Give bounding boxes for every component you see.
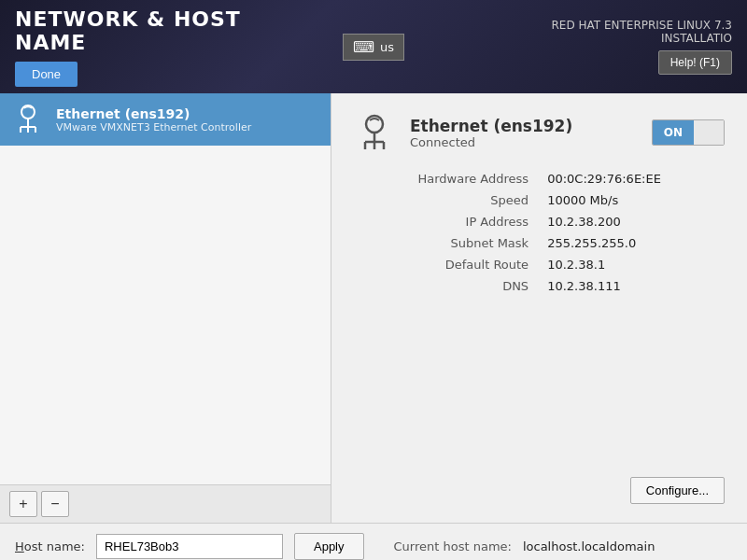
- remove-network-button[interactable]: −: [41, 491, 69, 517]
- hardware-address-label: Hardware Address: [354, 168, 540, 189]
- subnet-mask-value: 255.255.255.0: [540, 232, 725, 254]
- add-network-button[interactable]: +: [9, 491, 37, 517]
- configure-button[interactable]: Configure...: [630, 477, 725, 504]
- list-toolbar: + −: [0, 484, 331, 523]
- network-list: Ethernet (ens192) VMware VMXNET3 Etherne…: [0, 93, 331, 484]
- done-button[interactable]: Done: [15, 62, 78, 87]
- toggle-on[interactable]: ON: [653, 120, 694, 145]
- device-ethernet-icon: [354, 112, 395, 153]
- right-panel: Ethernet (ens192) Connected ON Hardware …: [331, 93, 747, 523]
- keyboard-indicator[interactable]: ⌨ us: [343, 34, 404, 61]
- device-name: Ethernet (ens192): [410, 117, 637, 135]
- ip-address-value: 10.2.38.200: [540, 211, 725, 232]
- ip-address-row: IP Address 10.2.38.200: [354, 211, 725, 232]
- speed-value: 10000 Mb/s: [540, 189, 725, 211]
- hostname-input[interactable]: [96, 534, 283, 559]
- header-right: RED HAT ENTERPRISE LINUX 7.3 INSTALLATIO…: [493, 19, 732, 75]
- default-route-row: Default Route 10.2.38.1: [354, 254, 725, 275]
- device-info: Ethernet (ens192) Connected: [410, 117, 637, 149]
- dns-value: 10.2.38.111: [540, 275, 725, 297]
- header-left: NETWORK & HOST NAME Done: [15, 7, 254, 87]
- subnet-mask-row: Subnet Mask 255.255.255.0: [354, 232, 725, 254]
- subnet-mask-label: Subnet Mask: [354, 232, 540, 254]
- keyboard-icon: ⌨: [353, 38, 374, 56]
- ip-address-label: IP Address: [354, 211, 540, 232]
- hostname-label-underline: H: [15, 539, 24, 553]
- speed-row: Speed 10000 Mb/s: [354, 189, 725, 211]
- device-status: Connected: [410, 135, 637, 149]
- page-title: NETWORK & HOST NAME: [15, 7, 254, 54]
- bottom-bar: Host name: Apply Current host name: loca…: [0, 523, 747, 560]
- configure-btn-row: Configure...: [354, 297, 725, 504]
- hostname-label: Host name:: [15, 539, 85, 553]
- current-hostname-value: localhost.localdomain: [523, 539, 655, 553]
- left-panel: Ethernet (ens192) VMware VMXNET3 Etherne…: [0, 93, 331, 523]
- apply-button[interactable]: Apply: [294, 533, 364, 560]
- help-button[interactable]: Help! (F1): [658, 50, 732, 75]
- main-content: Ethernet (ens192) VMware VMXNET3 Etherne…: [0, 93, 747, 523]
- hardware-address-value: 00:0C:29:76:6E:EE: [540, 168, 725, 189]
- product-name: RED HAT ENTERPRISE LINUX 7.3 INSTALLATIO: [493, 19, 732, 45]
- keyboard-layout: us: [380, 40, 394, 54]
- hardware-address-row: Hardware Address 00:0C:29:76:6E:EE: [354, 168, 725, 189]
- network-item-name: Ethernet (ens192): [56, 106, 251, 121]
- header-center: ⌨ us: [254, 34, 493, 61]
- default-route-label: Default Route: [354, 254, 540, 275]
- network-item-desc: VMware VMXNET3 Ethernet Controller: [56, 121, 251, 133]
- header: NETWORK & HOST NAME Done ⌨ us RED HAT EN…: [0, 0, 747, 93]
- toggle-switch[interactable]: ON: [652, 119, 725, 146]
- ethernet-icon: [11, 103, 45, 136]
- default-route-value: 10.2.38.1: [540, 254, 725, 275]
- current-hostname-label: Current host name:: [394, 539, 512, 553]
- network-item-info: Ethernet (ens192) VMware VMXNET3 Etherne…: [56, 106, 251, 133]
- dns-row: DNS 10.2.38.111: [354, 275, 725, 297]
- details-table: Hardware Address 00:0C:29:76:6E:EE Speed…: [354, 168, 725, 297]
- network-list-item[interactable]: Ethernet (ens192) VMware VMXNET3 Etherne…: [0, 93, 331, 146]
- device-header: Ethernet (ens192) Connected ON: [354, 112, 725, 153]
- toggle-container: ON: [652, 119, 725, 146]
- speed-label: Speed: [354, 189, 540, 211]
- toggle-off[interactable]: [694, 120, 724, 145]
- dns-label: DNS: [354, 275, 540, 297]
